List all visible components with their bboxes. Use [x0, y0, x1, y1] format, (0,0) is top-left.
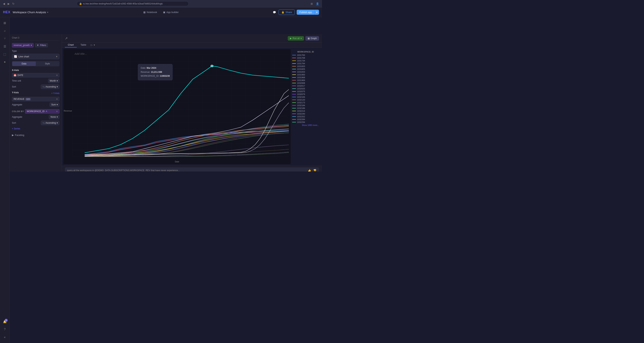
legend-item: 1031700	[292, 54, 319, 56]
y-field-close-icon[interactable]: ✕	[56, 98, 58, 100]
play-options-icon[interactable]: ▾	[94, 43, 95, 46]
comment-button[interactable]: 💬	[272, 10, 277, 14]
datasource-chip[interactable]: revenue_growth ▾	[12, 43, 34, 47]
chart-legend: WORKSPACE_ID 1031700 1031708 1031734 103…	[291, 49, 320, 164]
sidebar-item-search[interactable]: ⌕	[1, 27, 8, 34]
play-button[interactable]: ▷	[91, 43, 92, 46]
thumbs-down-button[interactable]: 👎	[313, 169, 317, 171]
sidebar-item-image[interactable]: ⬚	[1, 51, 8, 58]
sidebar-item-components[interactable]: ✦	[1, 58, 8, 65]
legend-color-line	[292, 100, 296, 100]
color-by-label: COLOR BY	[12, 110, 24, 112]
sidebar-left: ⊞ ⌕ ⑂ ☰ ⬚ ✦ 🔔 2 ? «	[0, 17, 10, 171]
legend-item: 1032008	[292, 82, 319, 84]
legend-color-line	[292, 119, 296, 120]
data-tab[interactable]: Data	[12, 61, 36, 66]
legend-item: 1031900	[292, 73, 319, 76]
refresh-button[interactable]: ↻	[12, 2, 15, 5]
share-button[interactable]: 🔒 Share	[278, 9, 295, 15]
x-field-close-icon[interactable]: ✕	[56, 74, 58, 76]
legend-color-line	[292, 74, 296, 75]
thumbs-up-button[interactable]: 👍	[308, 169, 312, 171]
color-sort-select[interactable]: ↑↓ Ascending ▾	[41, 121, 60, 125]
color-sort-label: Sort	[12, 122, 16, 124]
legend-item: 1032184	[292, 104, 319, 106]
chart-tab[interactable]: Chart	[65, 42, 77, 47]
publish-button[interactable]: Publish app	[297, 10, 314, 15]
extensions-button[interactable]: ⊞	[310, 2, 314, 5]
chart-type-select[interactable]: 📈 Line chart ▾	[12, 54, 60, 59]
legend-item: 1032240	[292, 113, 319, 115]
chart-name-label: Chart 3	[12, 36, 19, 39]
datasource-chevron-icon: ▾	[31, 44, 32, 46]
back-button[interactable]: ◀	[2, 2, 6, 5]
workspace-name: Workspace Churn Analysis	[13, 10, 46, 14]
legend-color-line	[292, 116, 296, 117]
style-tab[interactable]: Style	[36, 61, 59, 66]
color-aggregate-select[interactable]: None ▾	[49, 115, 60, 119]
color-field-close-icon[interactable]: ✕	[56, 110, 58, 113]
table-tab[interactable]: Table	[78, 42, 89, 47]
legend-show-more[interactable]: Show 1083 more...	[292, 124, 319, 126]
legend-color-line	[292, 94, 296, 94]
y-aggregate-select[interactable]: Sum ▾	[50, 102, 60, 107]
legend-id: 1032120	[297, 99, 305, 101]
y-field-chip[interactable]: REVENUE 123 ✕	[12, 97, 60, 101]
legend-id: 1032186	[297, 107, 305, 109]
color-aggregate-chevron-icon: ▾	[57, 116, 58, 118]
y-aggregate-label: Aggregate	[12, 103, 22, 106]
legend-color-line	[292, 114, 296, 114]
publish-dropdown-button[interactable]: ▾	[314, 10, 319, 15]
legend-color-line	[292, 111, 296, 111]
browser-controls: ◀ ▶ ↻	[2, 2, 15, 5]
add-y-axis-button[interactable]: + Y-Axis	[51, 92, 60, 95]
workspace-title[interactable]: Workspace Churn Analysis ▾	[13, 10, 48, 14]
app-builder-tab[interactable]: ▣ App builder	[160, 10, 181, 15]
notebook-tab[interactable]: ▦ Notebook	[141, 10, 160, 15]
url-bar[interactable]: 🔒 rc.hex.tech/hex-testing/hex/b72a02a9-d…	[77, 1, 188, 6]
filters-chip[interactable]: ▼ Filters	[35, 43, 48, 47]
x-field-chip[interactable]: 📅 DATE ✕	[12, 73, 60, 77]
legend-item: 1032106	[292, 96, 319, 98]
x-axis-section: X-Axis 📅 DATE ✕ Time unit Month ▾ Sort ↑…	[12, 69, 60, 89]
add-series-button[interactable]: + Series	[12, 127, 60, 130]
sidebar-item-table[interactable]: ☰	[1, 43, 8, 50]
sidebar-item-git[interactable]: ⑂	[1, 35, 8, 42]
legend-id: 1032284	[297, 118, 305, 120]
legend-item: 1031794	[292, 62, 319, 65]
legend-id: 1031700	[297, 54, 305, 56]
legend-id: 1032008	[297, 82, 305, 84]
color-aggregate-row: Aggregate None ▾	[12, 115, 60, 119]
type-label: Type	[12, 50, 17, 52]
legend-color-line	[292, 88, 296, 89]
profile-button[interactable]: 👤	[315, 2, 320, 5]
x-sort-select[interactable]: ↑↓ Ascending ▾	[41, 84, 60, 89]
run-all-button[interactable]: ▶ Run all ▾	[288, 36, 304, 40]
chart-area: ↗ ▶ Run all ▾ ▦ Graph Chart Table ▷ ▾	[62, 34, 322, 171]
forward-button[interactable]: ▶	[7, 2, 10, 5]
line-chart-icon: 📈	[14, 55, 17, 58]
chart-svg: 0 1,000 2,000 3,000 4,000 5,000 6,000 7,…	[73, 55, 289, 157]
legend-color-line	[292, 97, 296, 97]
legend-id: 1032106	[297, 96, 305, 98]
color-aggregate-label: Aggregate	[12, 116, 22, 118]
sidebar-item-grid[interactable]: ⊞	[1, 19, 8, 26]
color-field-chip[interactable]: WORKSPACE_ID A ✕	[25, 109, 60, 114]
data-style-tabs: Data Style	[12, 61, 60, 66]
legend-color-line	[292, 58, 296, 58]
x-axis-label: Date	[175, 161, 179, 163]
x-axis-title: X-Axis	[12, 69, 60, 71]
legend-item: 1032120	[292, 99, 319, 101]
svg-point-18	[211, 65, 213, 67]
chart-actions: ▶ Run all ▾ ▦ Graph	[288, 36, 319, 40]
chart-expand-icon[interactable]: ↗	[65, 36, 68, 40]
x-sort-label: Sort	[12, 85, 16, 88]
faceting-section[interactable]: ▶ Faceting	[12, 132, 60, 138]
legend-item: 1032284	[292, 118, 319, 120]
y-field-badge: 123	[26, 98, 30, 100]
legend-id: 1032079	[297, 93, 305, 95]
legend-item: 1032173	[292, 101, 319, 104]
graph-button[interactable]: ▦ Graph	[306, 36, 319, 40]
browser-right-controls: ⊞ 👤	[310, 2, 320, 5]
time-unit-select[interactable]: Month ▾	[48, 79, 60, 83]
